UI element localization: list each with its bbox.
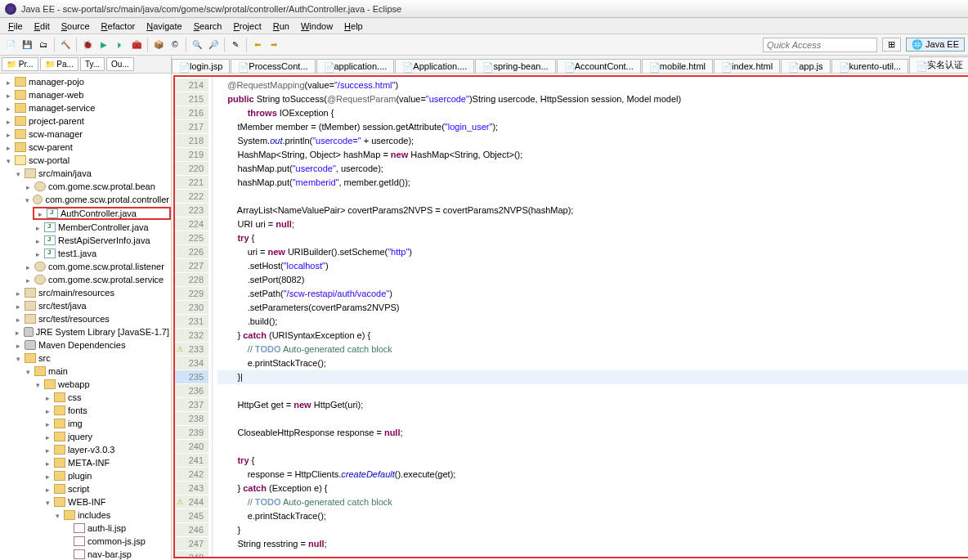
code-line[interactable]: ArrayList<NameValuePair> covertParams2NV…: [217, 204, 968, 217]
tree-item[interactable]: ▸src/test/java: [13, 300, 171, 311]
code-line[interactable]: .setHost("localhost"): [217, 259, 968, 273]
disclosure-icon[interactable]: ▸: [25, 276, 32, 284]
disclosure-icon[interactable]: ▸: [34, 250, 42, 258]
tree-item[interactable]: auth-li.jsp: [62, 522, 171, 534]
view-tab[interactable]: 📁 Pr...: [2, 57, 38, 71]
tree-item[interactable]: ▸script: [43, 483, 171, 495]
code-line[interactable]: .setPort(8082): [217, 273, 968, 287]
code-line[interactable]: tMember member = (tMember) session.getAt…: [217, 120, 968, 134]
menu-window[interactable]: Window: [296, 20, 338, 33]
code-line[interactable]: [217, 551, 968, 557]
disclosure-icon[interactable]: ▾: [25, 368, 32, 375]
tree-item[interactable]: ▸RestApiServerInfo.java: [33, 235, 171, 246]
tree-item[interactable]: ▸jquery: [43, 431, 171, 442]
tree-item[interactable]: ▾WEB-INF: [43, 496, 171, 508]
code-line[interactable]: @RequestMapping(value="/success.html"): [217, 78, 968, 92]
code-line[interactable]: System.out.println("usercode=" + usercod…: [217, 134, 968, 148]
editor-tab[interactable]: 📄application....: [316, 59, 395, 73]
code-line[interactable]: try {: [217, 231, 968, 245]
disclosure-icon[interactable]: ▾: [25, 196, 30, 204]
external-tools-button[interactable]: 🧰: [129, 38, 144, 52]
disclosure-icon[interactable]: ▾: [15, 355, 22, 362]
tree-item[interactable]: ▸com.gome.scw.protal.listener: [23, 261, 171, 272]
tree-item[interactable]: ▸Maven Dependencies: [13, 339, 171, 351]
disclosure-icon[interactable]: ▸: [25, 263, 32, 271]
disclosure-icon[interactable]: ▸: [5, 92, 12, 99]
disclosure-icon[interactable]: ▸: [15, 302, 22, 310]
new-package-button[interactable]: 📦: [151, 38, 166, 52]
disclosure-icon[interactable]: ▸: [37, 210, 44, 217]
menu-file[interactable]: File: [3, 20, 28, 33]
code-line[interactable]: response = HttpClients.createDefault().e…: [217, 468, 968, 482]
code-line[interactable]: [217, 384, 968, 398]
tree-item[interactable]: ▸com.gome.scw.protal.service: [23, 274, 171, 285]
disclosure-icon[interactable]: [64, 525, 71, 532]
disclosure-icon[interactable]: ▸: [5, 131, 12, 138]
view-tab[interactable]: 📁 Pa...: [40, 57, 78, 71]
tree-item[interactable]: ▸managet-service: [3, 102, 171, 114]
disclosure-icon[interactable]: ▸: [5, 118, 12, 125]
disclosure-icon[interactable]: ▸: [44, 446, 52, 454]
code-line[interactable]: .build();: [217, 315, 968, 329]
code-line[interactable]: .setParameters(covertParams2NVPS): [217, 301, 968, 315]
editor-tab[interactable]: 📄app.js: [781, 59, 830, 73]
perspective-java-ee[interactable]: 🌐 Java EE: [906, 38, 965, 52]
menu-refactor[interactable]: Refactor: [96, 20, 141, 33]
tree-item[interactable]: ▸img: [43, 418, 171, 429]
disclosure-icon[interactable]: ▸: [5, 144, 12, 151]
editor-tab[interactable]: 📄实名认证: [909, 56, 968, 73]
tree-item[interactable]: ▸css: [43, 392, 171, 403]
code-line[interactable]: [217, 412, 968, 426]
editor-tab[interactable]: 📄login.jsp: [172, 59, 230, 73]
tree-item[interactable]: ▸scw-manager: [3, 128, 171, 140]
disclosure-icon[interactable]: ▸: [34, 237, 42, 244]
tree-item[interactable]: ▾webapp: [33, 379, 171, 390]
code-line[interactable]: [217, 190, 968, 204]
code-content[interactable]: @RequestMapping(value="/success.html") p…: [213, 77, 968, 557]
new-class-button[interactable]: ©: [168, 38, 182, 52]
menu-project[interactable]: Project: [229, 20, 267, 33]
tree-item[interactable]: ▸plugin: [43, 470, 171, 482]
disclosure-icon[interactable]: ▸: [15, 289, 22, 297]
code-line[interactable]: try {: [217, 454, 968, 468]
editor-tab[interactable]: 📄spring-bean...: [475, 59, 555, 73]
code-line[interactable]: } catch (Exception e) {: [217, 482, 968, 495]
code-line[interactable]: hashMap.put("usercode", usercode);: [217, 162, 968, 176]
tree-item[interactable]: ▸manager-pojo: [3, 76, 171, 87]
editor-tab[interactable]: 📄Application....: [395, 59, 474, 73]
editor-tab[interactable]: 📄AccountCont...: [557, 59, 641, 73]
disclosure-icon[interactable]: [64, 538, 71, 545]
code-line[interactable]: throws IOException {: [217, 106, 968, 120]
disclosure-icon[interactable]: ▸: [34, 224, 42, 231]
code-line[interactable]: } catch (URISyntaxException e) {: [217, 329, 968, 343]
code-line[interactable]: String resstring = null;: [217, 537, 968, 551]
search-button[interactable]: 🔎: [206, 38, 221, 52]
disclosure-icon[interactable]: ▸: [15, 342, 22, 349]
tree-item[interactable]: ▸src/main/resources: [13, 287, 171, 298]
new-button[interactable]: 📄: [3, 38, 18, 52]
disclosure-icon[interactable]: ▸: [44, 473, 52, 480]
code-line[interactable]: CloseableHttpResponse response = null;: [217, 426, 968, 440]
disclosure-icon[interactable]: ▸: [5, 105, 12, 112]
menu-edit[interactable]: Edit: [29, 20, 55, 33]
code-line[interactable]: public String toSuccess(@RequestParam(va…: [217, 92, 968, 106]
save-button[interactable]: 💾: [20, 38, 34, 52]
disclosure-icon[interactable]: ▸: [5, 78, 12, 86]
forward-button[interactable]: ➡: [267, 38, 281, 52]
disclosure-icon[interactable]: ▾: [34, 381, 42, 388]
tree-item[interactable]: ▸scw-parent: [3, 141, 171, 153]
tree-item[interactable]: ▸manager-web: [3, 89, 171, 101]
menu-navigate[interactable]: Navigate: [141, 20, 186, 33]
back-button[interactable]: ⬅: [250, 38, 265, 52]
run-button[interactable]: ▶: [96, 38, 111, 52]
menu-run[interactable]: Run: [268, 20, 294, 33]
code-line[interactable]: HashMap<String, Object> hashMap = new Ha…: [217, 148, 968, 162]
code-line[interactable]: // TODO Auto-generated catch block: [217, 343, 968, 356]
code-line[interactable]: }|: [217, 370, 968, 384]
tree-item[interactable]: ▾main: [23, 365, 171, 377]
code-line[interactable]: e.printStackTrace();: [217, 509, 968, 523]
tree-item[interactable]: ▾src: [13, 352, 171, 364]
code-line[interactable]: [217, 440, 968, 454]
project-explorer[interactable]: ▸manager-pojo▸manager-web▸managet-servic…: [0, 74, 171, 560]
build-button[interactable]: 🔨: [58, 38, 73, 52]
